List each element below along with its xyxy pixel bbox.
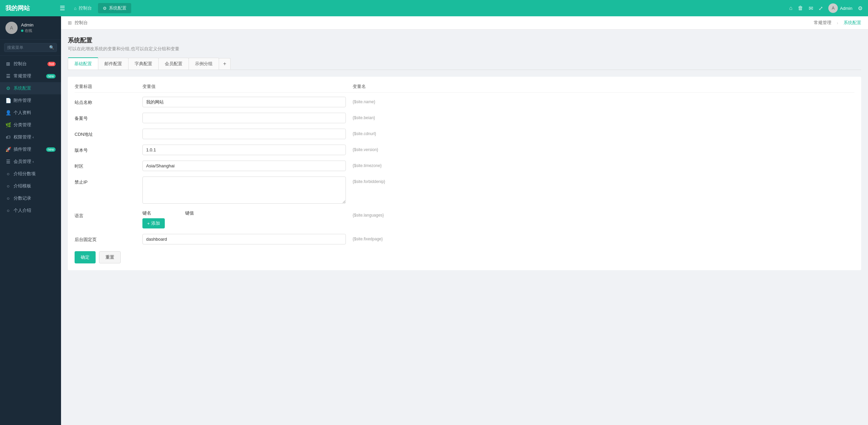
nav-label-sysconfig: 系统配置 bbox=[109, 5, 126, 11]
reset-button[interactable]: 重置 bbox=[99, 251, 121, 263]
sidebar-status: 在线 bbox=[21, 28, 34, 33]
breadcrumb-sysconfig[interactable]: 系统配置 bbox=[844, 20, 861, 26]
members-icon: ☰ bbox=[5, 159, 11, 164]
label-forbiddenip: 禁止IP bbox=[75, 177, 142, 185]
col-header-value: 变量值 bbox=[142, 84, 346, 90]
sidebar-item-plugins[interactable]: 🚀 插件管理 new bbox=[0, 143, 61, 155]
sidebar-item-referral-template[interactable]: ○ 介绍模板 bbox=[0, 180, 61, 192]
sidebar-item-category[interactable]: 🌿 分类管理 bbox=[0, 119, 61, 131]
page-title: 系统配置 bbox=[68, 36, 861, 44]
avatar: A bbox=[828, 3, 838, 13]
tab-dict[interactable]: 字典配置 bbox=[128, 58, 159, 70]
sidebar-avatar: A bbox=[5, 22, 18, 34]
input-timezone[interactable] bbox=[142, 161, 346, 171]
sidebar-item-personal-intro[interactable]: ○ 个人介绍 bbox=[0, 204, 61, 217]
attachment-icon: 📄 bbox=[5, 98, 11, 103]
dashboard-icon: ⊞ bbox=[5, 61, 11, 67]
form-row-beian: 备案号 {$site.beian} bbox=[75, 113, 854, 123]
user-name: Admin bbox=[840, 6, 852, 11]
input-version[interactable] bbox=[142, 145, 346, 155]
tab-basic[interactable]: 基础配置 bbox=[68, 57, 98, 70]
main-layout: A Admin 在线 🔍 ⊞ 控制台 hot ☰ bbox=[0, 16, 868, 425]
sidebar-label-score-record: 分数记录 bbox=[14, 195, 31, 201]
chevron-members: ‹ bbox=[33, 160, 34, 164]
profile-icon: 👤 bbox=[5, 110, 11, 115]
nav-item-dashboard[interactable]: ⌂ 控制台 bbox=[69, 3, 97, 13]
sidebar-username: Admin bbox=[21, 22, 34, 27]
sidebar-label-members: 会员管理 bbox=[14, 159, 31, 165]
sidebar-item-referral-score[interactable]: ○ 介绍分数项 bbox=[0, 168, 61, 180]
user-info[interactable]: A Admin bbox=[828, 3, 852, 13]
status-dot bbox=[21, 30, 23, 32]
top-nav: 我的网站 ☰ ⌂ 控制台 ⚙ 系统配置 ⌂ 🗑 ✉ ⤢ A Admin ⚙ bbox=[0, 0, 868, 16]
varname-beian: {$site.beian} bbox=[353, 113, 375, 120]
label-version: 版本号 bbox=[75, 145, 142, 153]
input-site-name[interactable] bbox=[142, 97, 346, 107]
label-beian: 备案号 bbox=[75, 113, 142, 122]
sidebar-item-members[interactable]: ☰ 会员管理 ‹ bbox=[0, 155, 61, 168]
label-site-name: 站点名称 bbox=[75, 97, 142, 106]
sidebar-item-dashboard[interactable]: ⊞ 控制台 hot bbox=[0, 58, 61, 70]
form-row-fixedpage: 后台固定页 {$site.fixedpage} bbox=[75, 234, 854, 244]
hamburger-icon[interactable]: ☰ bbox=[60, 4, 65, 12]
add-language-button[interactable]: + 添加 bbox=[142, 218, 165, 228]
breadcrumb: ⊞ 控制台 bbox=[68, 20, 88, 26]
varname-fixedpage: {$site.fixedpage} bbox=[353, 234, 383, 241]
fullscreen-icon[interactable]: ⤢ bbox=[818, 5, 823, 12]
circle-icon-1: ○ bbox=[5, 171, 11, 177]
varname-site-name: {$site.name} bbox=[353, 97, 375, 104]
permissions-icon: 🏷 bbox=[5, 134, 11, 140]
input-cdnurl[interactable] bbox=[142, 129, 346, 139]
sidebar-item-sysconfig[interactable]: ⚙ 系统配置 bbox=[0, 82, 61, 94]
message-icon[interactable]: ✉ bbox=[809, 5, 813, 12]
settings-toggle-icon[interactable]: ⚙ bbox=[858, 5, 863, 12]
form-col-headers: 变量标题 变量值 变量名 bbox=[75, 84, 854, 93]
tab-mail[interactable]: 邮件配置 bbox=[98, 58, 129, 70]
sidebar-item-score-record[interactable]: ○ 分数记录 bbox=[0, 192, 61, 204]
tab-example[interactable]: 示例分组 bbox=[189, 58, 219, 70]
breadcrumb-sep: › bbox=[837, 20, 838, 25]
breadcrumb-bar: ⊞ 控制台 常规管理 › 系统配置 bbox=[61, 16, 868, 30]
search-icon: 🔍 bbox=[49, 45, 54, 50]
tab-add-button[interactable]: + bbox=[219, 58, 231, 69]
tab-member[interactable]: 会员配置 bbox=[158, 58, 189, 70]
lang-key-header: 键名 bbox=[142, 210, 151, 216]
search-wrap: 🔍 bbox=[4, 43, 57, 52]
input-beian[interactable] bbox=[142, 113, 346, 123]
hot-badge: hot bbox=[47, 62, 56, 66]
circle-icon-2: ○ bbox=[5, 183, 11, 189]
sidebar-item-general[interactable]: ☰ 常规管理 new bbox=[0, 70, 61, 82]
page-header: 系统配置 可以在此增改系统的变量和分组,也可以自定义分组和变量 bbox=[68, 36, 861, 52]
trash-icon[interactable]: 🗑 bbox=[798, 5, 803, 11]
input-fixedpage[interactable] bbox=[142, 234, 346, 244]
value-site-name bbox=[142, 97, 346, 107]
textarea-forbiddenip[interactable] bbox=[142, 177, 346, 204]
sidebar-label-attachment: 附件管理 bbox=[14, 97, 31, 104]
confirm-button[interactable]: 确定 bbox=[75, 251, 96, 263]
config-form: 变量标题 变量值 变量名 站点名称 {$site.name} 备案号 bbox=[68, 77, 861, 270]
lang-value-header: 键值 bbox=[185, 210, 194, 216]
breadcrumb-item: 控制台 bbox=[75, 20, 88, 26]
new-badge-general: new bbox=[46, 74, 56, 78]
lang-section: 键名 键值 + 添加 bbox=[142, 210, 346, 228]
sidebar-user: A Admin 在线 bbox=[0, 16, 61, 40]
sidebar-item-profile[interactable]: 👤 个人资料 bbox=[0, 107, 61, 119]
page-content: 系统配置 可以在此增改系统的变量和分组,也可以自定义分组和变量 基础配置 邮件配… bbox=[61, 30, 868, 425]
add-label: 添加 bbox=[151, 220, 160, 226]
sidebar-label-general: 常规管理 bbox=[14, 73, 31, 79]
value-forbiddenip bbox=[142, 177, 346, 205]
circle-icon-3: ○ bbox=[5, 196, 11, 201]
home-nav-icon[interactable]: ⌂ bbox=[789, 5, 792, 11]
gear-icon-nav: ⚙ bbox=[103, 6, 107, 11]
label-languages: 语言 bbox=[75, 210, 142, 219]
sidebar-item-permissions[interactable]: 🏷 权限管理 ‹ bbox=[0, 131, 61, 143]
plus-icon: + bbox=[147, 221, 150, 226]
breadcrumb-general[interactable]: 常规管理 bbox=[814, 20, 831, 26]
nav-item-sysconfig[interactable]: ⚙ 系统配置 bbox=[98, 3, 131, 13]
sidebar: A Admin 在线 🔍 ⊞ 控制台 hot ☰ bbox=[0, 16, 61, 425]
sidebar-item-attachment[interactable]: 📄 附件管理 bbox=[0, 94, 61, 107]
plugins-icon: 🚀 bbox=[5, 147, 11, 152]
content-area: ⊞ 控制台 常规管理 › 系统配置 系统配置 可以在此增改系统的变量和分组,也可… bbox=[61, 16, 868, 425]
form-row-languages: 语言 键名 键值 + 添加 {$si bbox=[75, 210, 854, 228]
form-row-forbiddenip: 禁止IP {$site.forbiddenip} bbox=[75, 177, 854, 205]
